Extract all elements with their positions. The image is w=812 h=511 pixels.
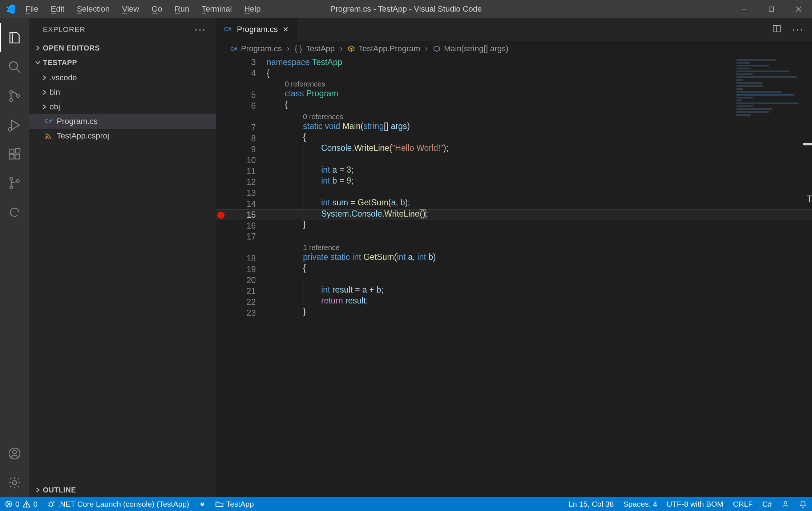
folder-obj[interactable]: obj	[29, 100, 216, 114]
explorer-title: EXPLORER	[43, 25, 85, 34]
file-tree: .vscode bin obj C# Program.cs TestApp.cs…	[29, 70, 216, 143]
line-number: 4	[216, 69, 256, 77]
status-feedback-icon[interactable]	[781, 500, 789, 508]
status-notifications-icon[interactable]	[799, 500, 807, 508]
menu-edit[interactable]: Edit	[51, 4, 64, 14]
line-number: 12	[216, 178, 256, 186]
explorer-more-icon[interactable]: ···	[195, 27, 206, 31]
line-number: 21	[216, 287, 256, 295]
breadcrumb-namespace[interactable]: { } TestApp	[295, 44, 335, 53]
truncated-text: T	[807, 195, 812, 203]
title-bar: File Edit Selection View Go Run Terminal…	[0, 0, 812, 18]
menu-terminal[interactable]: Terminal	[202, 4, 232, 14]
svg-point-40	[784, 502, 787, 504]
csharp-file-icon: C#	[224, 25, 232, 33]
activity-git-branch-icon[interactable]	[0, 169, 29, 198]
activity-account-icon[interactable]	[0, 439, 29, 468]
line-number: 11	[216, 167, 256, 176]
breadcrumb-method[interactable]: Main(string[] args)	[433, 44, 508, 53]
code-editor[interactable]: 3 namespace TestApp 4 { 0 references 5 c…	[216, 57, 812, 497]
launch-label: .NET Core Launch (console) (TestApp)	[58, 500, 189, 508]
editor-area: C# Program.cs ✕ ··· C# Program.cs › { } …	[216, 18, 812, 497]
activity-sync-icon[interactable]	[0, 198, 29, 227]
svg-point-6	[10, 90, 13, 93]
svg-rect-14	[16, 149, 20, 153]
status-indent[interactable]: Spaces: 4	[623, 500, 657, 508]
svg-point-19	[13, 450, 17, 454]
explorer-sidebar: EXPLORER ··· OPEN EDITORS TESTAPP .vscod…	[29, 18, 216, 497]
activity-explorer-icon[interactable]	[0, 23, 29, 52]
menu-go[interactable]: Go	[152, 4, 162, 14]
activity-settings-icon[interactable]	[0, 468, 29, 497]
split-editor-icon[interactable]	[772, 24, 781, 35]
chevron-right-icon: ›	[425, 44, 428, 53]
status-debug-launch[interactable]: .NET Core Launch (console) (TestApp)	[47, 500, 189, 508]
vscode-logo-icon	[5, 4, 16, 15]
codelens[interactable]: 0 references	[216, 111, 812, 122]
status-hot-reload[interactable]	[199, 500, 206, 508]
file-label: TestApp.csproj	[57, 131, 109, 141]
file-testapp-csproj[interactable]: TestApp.csproj	[29, 129, 216, 143]
svg-point-15	[10, 177, 13, 180]
status-problems[interactable]: 0 0	[5, 500, 37, 508]
crumb-label: Main(string[] args)	[444, 44, 508, 53]
svg-marker-26	[434, 46, 439, 52]
status-encoding[interactable]: UTF-8 with BOM	[667, 500, 723, 508]
maximize-button[interactable]	[758, 0, 785, 18]
line-number: 15	[216, 211, 256, 219]
workspace-label: TESTAPP	[43, 59, 77, 67]
menu-help[interactable]: Help	[244, 4, 260, 14]
line-number: 20	[216, 276, 256, 285]
tab-label: Program.cs	[237, 25, 278, 34]
codelens[interactable]: 1 reference	[216, 242, 812, 253]
editor-more-icon[interactable]: ···	[792, 27, 804, 31]
activity-search-icon[interactable]	[0, 52, 29, 81]
close-tab-icon[interactable]: ✕	[283, 25, 289, 34]
crumb-label: Program.cs	[241, 44, 282, 53]
minimap[interactable]	[736, 59, 802, 132]
status-eol[interactable]: CRLF	[733, 500, 753, 508]
breadcrumb-class[interactable]: TestApp.Program	[348, 44, 420, 53]
status-folder[interactable]: TestApp	[215, 500, 254, 508]
codelens[interactable]: 0 references	[216, 79, 812, 89]
folder-bin[interactable]: bin	[29, 85, 216, 100]
activity-extensions-icon[interactable]	[0, 140, 29, 169]
line-number: 7	[216, 124, 256, 132]
menu-file[interactable]: File	[25, 4, 38, 14]
open-editors-section[interactable]: OPEN EDITORS	[29, 41, 216, 55]
menu-run[interactable]: Run	[175, 4, 189, 14]
activity-run-debug-icon[interactable]	[0, 110, 29, 140]
svg-line-35	[48, 503, 49, 503]
svg-rect-11	[10, 149, 14, 154]
chevron-right-icon: ›	[287, 44, 290, 53]
open-editors-label: OPEN EDITORS	[43, 44, 100, 52]
folder-vscode[interactable]: .vscode	[29, 71, 216, 85]
close-button[interactable]	[785, 0, 812, 18]
status-language[interactable]: C#	[762, 500, 772, 508]
workspace-section[interactable]: TESTAPP	[29, 55, 216, 70]
svg-point-4	[9, 62, 17, 70]
line-number: 13	[216, 189, 256, 197]
svg-point-16	[10, 186, 13, 189]
overview-ruler[interactable]	[803, 57, 812, 497]
minimize-button[interactable]	[730, 0, 758, 18]
line-number: 10	[216, 156, 256, 165]
chevron-right-icon	[39, 89, 49, 96]
file-label: Program.cs	[57, 117, 97, 126]
tab-program-cs[interactable]: C# Program.cs ✕	[216, 18, 297, 41]
svg-point-20	[12, 480, 16, 484]
activity-bar	[0, 18, 29, 497]
menu-selection[interactable]: Selection	[77, 4, 110, 14]
file-program-cs[interactable]: C# Program.cs	[29, 114, 216, 129]
explorer-header: EXPLORER ···	[29, 18, 216, 41]
svg-point-17	[16, 180, 19, 182]
outline-section[interactable]: OUTLINE	[29, 483, 216, 497]
line-number: 5	[216, 91, 256, 99]
crumb-label: TestApp.Program	[359, 44, 420, 53]
error-count: 0	[15, 500, 20, 508]
breadcrumb-file[interactable]: C# Program.cs	[230, 44, 282, 53]
line-number: 6	[216, 102, 256, 110]
menu-view[interactable]: View	[122, 4, 139, 14]
status-cursor-position[interactable]: Ln 15, Col 38	[569, 500, 614, 508]
activity-source-control-icon[interactable]	[0, 81, 29, 110]
